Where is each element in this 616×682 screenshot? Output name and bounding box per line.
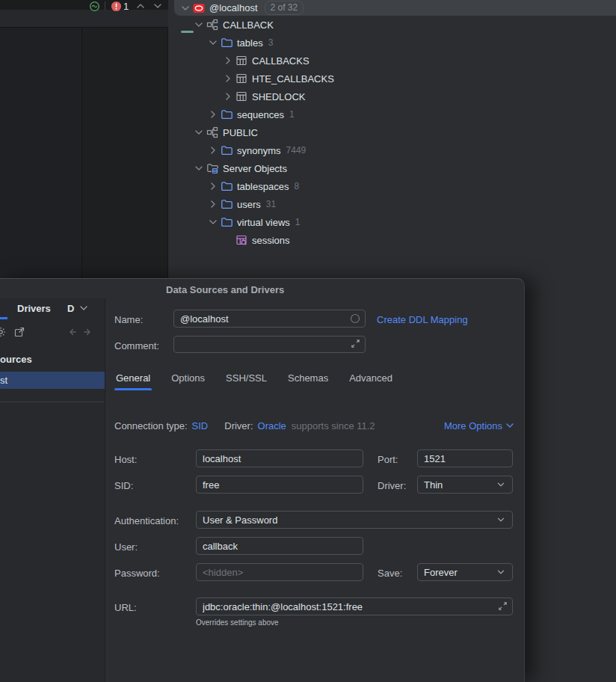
chevron-down-icon[interactable]	[207, 216, 219, 228]
tree-row-folder[interactable]: users 31	[168, 195, 616, 213]
create-ddl-mapping-link[interactable]: Create DDL Mapping	[377, 314, 468, 325]
url-input[interactable]	[196, 597, 513, 615]
chevron-down-icon	[504, 420, 516, 431]
chevron-right-icon[interactable]	[222, 73, 234, 85]
sidebar-item-localhost[interactable]: st	[0, 372, 105, 389]
driver-kind-value: Thin	[424, 479, 443, 491]
expand-field-icon[interactable]	[350, 338, 362, 350]
next-problem-icon[interactable]	[152, 0, 164, 12]
host-input[interactable]	[196, 449, 363, 467]
divider	[0, 402, 105, 402]
chevron-down-icon[interactable]	[193, 19, 205, 31]
chevron-right-icon[interactable]	[222, 55, 234, 67]
driver-value-link[interactable]: Oracle	[258, 420, 286, 431]
driver-label: Driver:	[224, 420, 253, 431]
tab-schemas[interactable]: Schemas	[286, 367, 330, 390]
chevron-right-icon[interactable]	[207, 180, 219, 192]
refresh-circle-icon[interactable]	[349, 313, 361, 325]
tree-item-label: CALLBACK	[223, 19, 274, 31]
more-options-label: More Options	[444, 420, 502, 431]
table-icon	[235, 55, 247, 67]
connection-type-value-link[interactable]: SID	[192, 420, 209, 431]
divider	[105, 1, 105, 10]
chevron-right-icon[interactable]	[207, 144, 219, 156]
server-objects-folder-icon	[206, 162, 218, 174]
sid-label: SID:	[114, 480, 133, 491]
name-input[interactable]	[173, 310, 366, 328]
tab-truncated[interactable]: D	[67, 303, 74, 314]
open-in-new-icon[interactable]	[13, 326, 25, 338]
tree-row-schema[interactable]: PUBLIC	[168, 123, 616, 141]
tree-row-folder[interactable]: virtual views 1	[168, 213, 616, 231]
driver-kind-label: Driver:	[378, 480, 406, 491]
folder-icon	[221, 144, 232, 156]
tree-row-folder[interactable]: tablespaces 8	[168, 177, 616, 195]
tree-row-datasource[interactable]: @localhost 2 of 32	[174, 0, 616, 16]
chevron-down-icon	[496, 514, 506, 525]
tree-item-label: users	[237, 199, 261, 210]
tree-row-schema[interactable]: CALLBACK	[168, 16, 616, 34]
chevron-down-icon[interactable]	[193, 162, 205, 174]
chevron-right-icon[interactable]	[222, 90, 234, 102]
oracle-icon	[193, 2, 205, 14]
item-count: 1	[295, 217, 301, 227]
virtual-view-icon	[235, 234, 247, 246]
folder-icon	[221, 180, 232, 192]
host-label: Host:	[114, 454, 137, 465]
tab-drivers[interactable]: Drivers	[17, 303, 51, 314]
tab-options[interactable]: Options	[170, 367, 206, 390]
folder-icon	[221, 37, 232, 49]
data-sources-dialog: Data Sources and Drivers Drivers D ource…	[0, 278, 525, 682]
tree-item-label: sessions	[252, 235, 290, 246]
tree-row-server-objects[interactable]: Server Objects	[168, 159, 616, 177]
tab-advanced[interactable]: Advanced	[348, 367, 394, 390]
save-select[interactable]: Forever	[417, 563, 513, 581]
tree-row-virtual-view[interactable]: sessions	[168, 231, 616, 249]
password-label: Password:	[114, 568, 160, 579]
chevron-right-icon[interactable]	[207, 108, 219, 120]
inspections-ok-icon[interactable]	[88, 0, 100, 12]
tree-item-label: virtual views	[237, 217, 290, 228]
error-badge-icon[interactable]	[110, 0, 122, 12]
tab-ssh-ssl[interactable]: SSH/SSL	[224, 367, 268, 390]
tree-item-label: Server Objects	[223, 163, 287, 174]
url-label: URL:	[114, 602, 137, 613]
driver-kind-select[interactable]: Thin	[417, 476, 513, 494]
user-input[interactable]	[196, 537, 363, 555]
chevron-down-icon[interactable]	[193, 126, 205, 138]
name-label: Name:	[114, 314, 143, 325]
dialog-sidebar: Drivers D ources st	[0, 298, 105, 682]
authentication-label: Authentication:	[114, 515, 179, 526]
tree-item-label: tables	[237, 37, 263, 49]
comment-input[interactable]	[173, 336, 366, 353]
port-input[interactable]	[417, 449, 513, 467]
tab-general[interactable]: General	[114, 367, 152, 390]
tree-row-table[interactable]: SHEDLOCK	[168, 87, 616, 105]
prev-problem-icon[interactable]	[135, 0, 147, 12]
password-input[interactable]	[196, 563, 363, 581]
forward-icon[interactable]	[82, 326, 94, 338]
tree-row-table[interactable]: HTE_CALLBACKS	[168, 70, 616, 87]
tree-row-folder[interactable]: synonyms 7449	[168, 141, 616, 159]
match-counter-badge: 2 of 32	[265, 1, 304, 15]
authentication-select[interactable]: User & Password	[196, 511, 513, 529]
active-tab-underline	[0, 317, 7, 319]
tree-row-folder[interactable]: sequences 1	[168, 105, 616, 123]
more-options-link[interactable]: More Options	[444, 420, 516, 431]
item-count: 31	[266, 199, 276, 209]
tree-row-folder[interactable]: tables 3	[168, 34, 616, 52]
ide-window: 1 @localhost 2 of 32 CALLBACK tables 3	[0, 0, 616, 682]
tree-row-table[interactable]: CALLBACKS	[168, 52, 616, 70]
expand-field-icon[interactable]	[497, 600, 509, 612]
back-icon[interactable]	[66, 326, 78, 338]
chevron-down-icon[interactable]	[78, 302, 90, 316]
gear-icon[interactable]	[0, 326, 7, 338]
chevron-down-icon[interactable]	[179, 2, 191, 14]
item-count: 1	[289, 109, 295, 120]
item-count: 7449	[286, 145, 307, 156]
chevron-right-icon[interactable]	[207, 198, 219, 210]
sid-input[interactable]	[196, 476, 363, 494]
editor-tab-band	[0, 10, 168, 28]
chevron-down-icon[interactable]	[207, 37, 219, 49]
port-label: Port:	[378, 454, 398, 465]
